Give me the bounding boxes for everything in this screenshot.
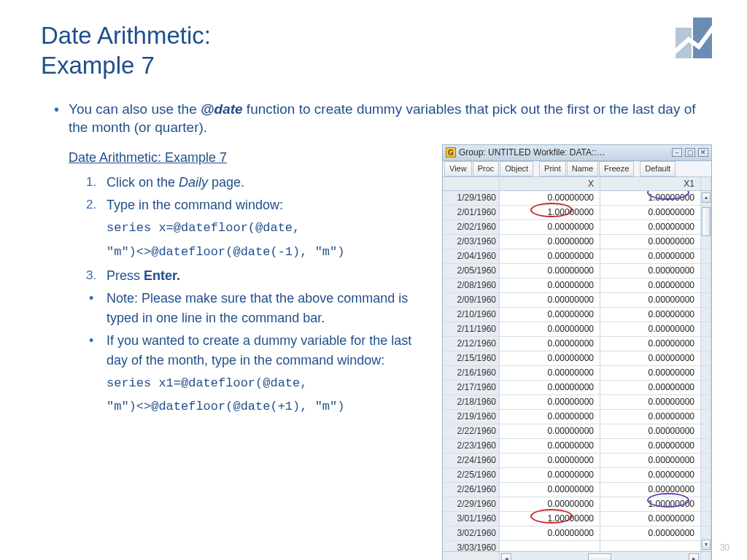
table-row[interactable]: 2/17/19600.000000000.00000000 <box>443 381 711 395</box>
table-row[interactable]: 2/12/19600.000000000.00000000 <box>443 337 711 351</box>
table-row[interactable]: 2/10/19600.000000000.00000000 <box>443 308 711 322</box>
col-x[interactable]: X <box>500 177 600 190</box>
slide-title: Date Arithmetic: Example 7 <box>41 20 712 81</box>
table-row[interactable]: 2/29/19600.000000001.00000000 <box>443 497 711 512</box>
tb-view[interactable]: View <box>444 161 472 176</box>
tb-print[interactable]: Print <box>539 161 566 176</box>
eviews-window: G Group: UNTITLED Workfile: DATA::… – ▢ … <box>442 144 712 560</box>
table-row[interactable]: 2/03/19600.000000000.00000000 <box>443 235 711 249</box>
chart-logo-icon <box>671 15 722 58</box>
scroll-right-icon[interactable]: ▸ <box>689 553 699 560</box>
table-row[interactable]: 2/02/19600.000000000.00000000 <box>443 220 711 235</box>
table-row[interactable]: 2/26/19600.000000000.00000000 <box>443 483 711 497</box>
code-block-1a: series x=@datefloor(@date, <box>107 218 433 239</box>
minimize-icon[interactable]: – <box>672 148 682 157</box>
col-x1[interactable]: X1 <box>600 177 701 190</box>
page-number: 30 <box>720 542 729 553</box>
tb-freeze[interactable]: Freeze <box>599 161 634 176</box>
tb-proc[interactable]: Proc <box>473 161 500 176</box>
eviews-column-headers: X X1 <box>443 177 711 191</box>
table-row[interactable]: 2/16/19600.000000000.00000000 <box>443 366 711 381</box>
table-row[interactable]: 2/01/19601.000000000.00000000 <box>443 206 711 220</box>
eviews-toolbar: View Proc Object Print Name Freeze Defau… <box>443 161 711 177</box>
table-row[interactable]: 2/25/19600.000000000.00000000 <box>443 468 711 483</box>
hscroll-thumb[interactable] <box>588 553 611 560</box>
table-row[interactable]: 3/01/19601.000000000.00000000 <box>443 512 711 526</box>
step-2: Type in the command window: <box>86 195 433 215</box>
eviews-title-text: Group: UNTITLED Workfile: DATA::… <box>459 147 669 158</box>
table-row[interactable]: 2/18/19600.000000000.00000000 <box>443 395 711 410</box>
table-row[interactable]: 2/15/19600.000000000.00000000 <box>443 351 711 366</box>
svg-rect-1 <box>693 18 712 58</box>
eviews-hscroll: ◂ ▸ <box>443 551 711 560</box>
step-3: Press Enter. <box>86 266 433 286</box>
table-row[interactable]: 2/11/19600.000000000.00000000 <box>443 322 711 337</box>
eviews-titlebar[interactable]: G Group: UNTITLED Workfile: DATA::… – ▢ … <box>443 145 711 161</box>
group-icon: G <box>446 147 456 158</box>
table-row[interactable]: 2/19/19600.000000000.00000000 <box>443 410 711 424</box>
code-block-1b: "m")<>@datefloor(@date(-1), "m") <box>107 242 433 263</box>
table-row[interactable]: 1/29/19600.000000001.00000000 <box>443 191 711 206</box>
scroll-down-icon[interactable]: ▾ <box>702 540 711 550</box>
code-block-2b: "m")<>@datefloor(@date(+1), "m") <box>107 397 433 418</box>
eviews-grid: ▴ ▾ 1/29/19600.000000001.000000002/01/19… <box>443 191 711 551</box>
tb-object[interactable]: Object <box>500 161 533 176</box>
note-1: Note: Please make sure that the above co… <box>86 289 433 328</box>
example-subhead: Date Arithmetic: Example 7 <box>69 150 433 166</box>
table-row[interactable]: 2/04/19600.000000000.00000000 <box>443 249 711 264</box>
maximize-icon[interactable]: ▢ <box>685 148 695 157</box>
table-row[interactable]: 2/23/19600.000000000.00000000 <box>443 439 711 454</box>
table-row[interactable]: 2/22/19600.000000000.00000000 <box>443 424 711 439</box>
tb-name[interactable]: Name <box>567 161 598 176</box>
table-row[interactable]: 3/02/19600.000000000.00000000 <box>443 526 711 541</box>
scroll-up-icon[interactable]: ▴ <box>702 192 711 203</box>
step-1: Click on the Daily page. <box>86 173 433 192</box>
table-row[interactable]: 2/08/19600.000000000.00000000 <box>443 279 711 293</box>
close-icon[interactable]: ✕ <box>698 148 708 157</box>
vscroll-thumb[interactable] <box>702 207 711 236</box>
table-row[interactable]: 2/05/19600.000000000.00000000 <box>443 264 711 279</box>
table-row[interactable]: 3/03/1960 <box>443 541 711 551</box>
table-row[interactable]: 2/24/19600.000000000.00000000 <box>443 454 711 468</box>
code-block-2a: series x1=@datefloor(@date, <box>107 373 433 394</box>
scroll-left-icon[interactable]: ◂ <box>501 553 511 560</box>
note-2: If you wanted to create a dummy variable… <box>86 331 433 370</box>
tb-default[interactable]: Default <box>640 161 676 176</box>
intro-text: You can also use the @date function to c… <box>41 100 712 137</box>
table-row[interactable]: 2/09/19600.000000000.00000000 <box>443 293 711 308</box>
